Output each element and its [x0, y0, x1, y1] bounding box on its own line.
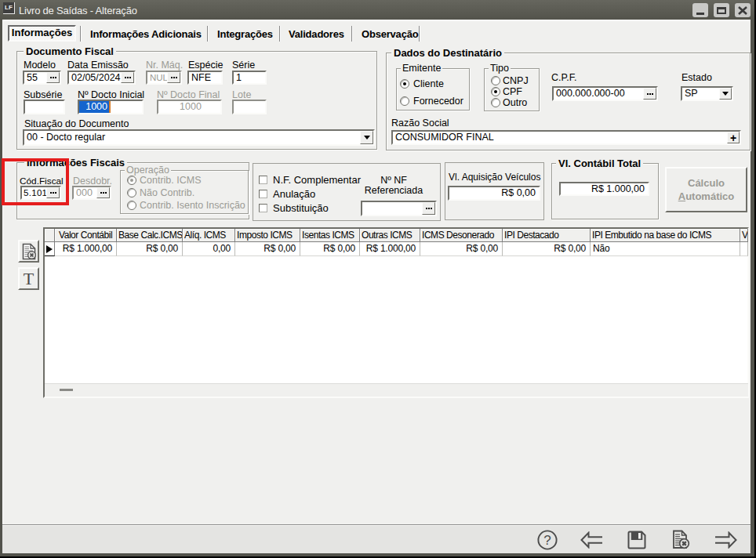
svg-text:?: ?: [543, 533, 551, 548]
